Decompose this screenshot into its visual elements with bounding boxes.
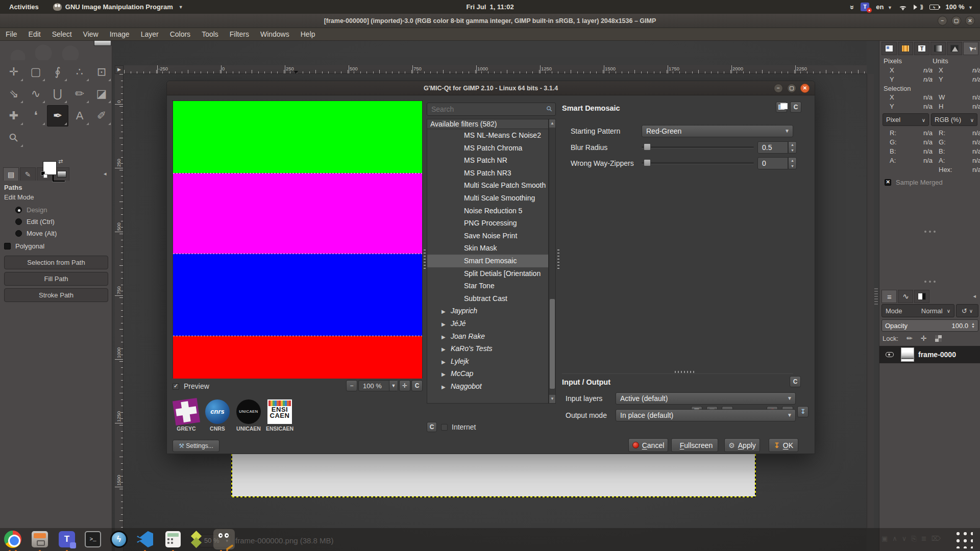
free-select-tool[interactable]: ∮ (47, 61, 68, 83)
filter-item-png-processing[interactable]: PNG Processing (427, 217, 548, 230)
filter-item-ms-patch-chroma[interactable]: MS Patch Chroma (427, 142, 548, 155)
spin-up-icon[interactable]: ▲ (789, 158, 796, 163)
scroll-down-icon[interactable]: ▼ (549, 395, 555, 403)
color-picker-tool[interactable]: ✐ (91, 105, 112, 127)
layer-row[interactable]: frame-0000 (879, 346, 980, 363)
fullscreen-button[interactable]: Fullscreen (671, 438, 718, 452)
filter-search-box[interactable]: ⚲ (427, 103, 556, 116)
splitter-handle[interactable] (424, 249, 426, 269)
volume-icon[interactable]: )) (914, 4, 923, 10)
slider-thumb[interactable] (644, 143, 651, 151)
rectangle-select-tool[interactable]: ▢ (25, 61, 46, 83)
paths-tool[interactable]: ✒ (47, 105, 68, 127)
canvas-vertical-scrollbar[interactable] (867, 74, 874, 528)
panel-splitter[interactable] (924, 281, 936, 283)
tab-tool-options[interactable]: ▤ (3, 167, 19, 181)
param-value-wrong-way-zippers[interactable]: 0 (757, 157, 788, 169)
sample-merged-row[interactable]: Sample Merged (879, 176, 980, 189)
dock-app-gimp[interactable] (213, 529, 235, 549)
show-applications-icon[interactable] (955, 531, 973, 548)
menu-select[interactable]: Select (46, 28, 78, 41)
tab-layers[interactable]: ≡ (881, 290, 897, 303)
filter-item-ms-patch-nr[interactable]: MS Patch NR (427, 154, 548, 167)
lock-pixels-icon[interactable]: ✏ (906, 334, 913, 342)
battery-percent[interactable]: 100 % ▼ (946, 3, 973, 11)
scroll-up-icon[interactable]: ▲ (549, 119, 555, 128)
opacity-spinner[interactable]: ▲▼ (971, 322, 975, 329)
menu-filters[interactable]: Filters (224, 28, 255, 41)
filter-item-multi-scale-smoothing[interactable]: Multi Scale Smoothing (427, 192, 548, 205)
opacity-slider[interactable]: Opacity 100.0 ▲▼ (881, 319, 978, 332)
selection-from-path-button[interactable]: Selection from Path (4, 256, 108, 269)
menu-view[interactable]: View (78, 28, 104, 41)
filter-item-split-detials-orientation[interactable]: Split Detials [Orientation (427, 267, 548, 280)
reset-filter-button[interactable]: C (790, 102, 801, 113)
menu-image[interactable]: Image (104, 28, 135, 41)
tab-paths[interactable]: ∿ (898, 290, 913, 303)
slider-thumb[interactable] (644, 159, 651, 166)
dock-app-blue-wave[interactable]: ϟ (108, 529, 130, 549)
filters-scrollbar[interactable]: ▲ ▼ (549, 119, 556, 404)
minimize-button[interactable]: − (938, 16, 947, 26)
edit-mode-move[interactable]: Move (Alt) (0, 228, 112, 239)
splitter-handle[interactable] (675, 371, 695, 373)
menu-colors[interactable]: Colors (164, 28, 196, 41)
filter-folder-j-j-[interactable]: ▶JéJé (427, 317, 548, 330)
fuzzy-select-tool[interactable]: ∴ (69, 61, 90, 83)
keyboard-layout[interactable]: en ▼ (876, 3, 892, 11)
radio-button[interactable] (15, 230, 22, 237)
dock-app-pinwheel[interactable] (186, 529, 207, 549)
filter-item-save-noise-print[interactable]: Save Noise Print (427, 230, 548, 242)
io-reset-button[interactable]: C (790, 376, 801, 387)
warp-tool[interactable]: ∿ (25, 83, 46, 105)
app-menu-button[interactable]: GNU Image Manipulation Program ▼ (48, 3, 188, 11)
text-tool[interactable]: A (69, 105, 90, 127)
io-dropdown-input-layers[interactable]: Active (default)▼ (616, 392, 796, 405)
tab-pointer-info[interactable]: ✎ (20, 167, 36, 181)
splitter-handle[interactable] (557, 249, 559, 269)
cancel-button[interactable]: Cancel (628, 438, 668, 452)
copy-command-button[interactable] (776, 102, 787, 113)
param-dropdown-starting-pattern[interactable]: Red-Green▼ (642, 125, 793, 137)
filter-item-ms-patch-nr3[interactable]: MS Patch NR3 (427, 167, 548, 180)
polygonal-checkbox[interactable] (4, 243, 11, 249)
sample-merged-checkbox[interactable] (885, 179, 891, 186)
menu-windows[interactable]: Windows (255, 28, 295, 41)
layer-visibility-icon[interactable] (886, 352, 894, 357)
teams-notification-icon[interactable]: T● (861, 3, 869, 11)
pixel-format-dropdown[interactable]: Pixel∨ (883, 113, 929, 126)
menu-file[interactable]: File (0, 28, 23, 41)
radio-button[interactable] (15, 218, 22, 225)
close-button[interactable]: ✕ (800, 84, 810, 93)
ok-button[interactable]: ↧OK (769, 438, 798, 452)
filter-folder-jayprich[interactable]: ▶Jayprich (427, 305, 548, 317)
tab-patterns[interactable] (898, 42, 913, 55)
dock-app-files[interactable] (29, 529, 51, 549)
filter-folder-joan-rake[interactable]: ▶Joan Rake (427, 330, 548, 343)
fill-path-button[interactable]: Fill Path (4, 272, 108, 286)
bucket-fill-tool[interactable]: ⋃ (47, 83, 68, 105)
tab-brushes[interactable] (881, 42, 897, 55)
param-value-blur-radius[interactable]: 0.5 (757, 141, 788, 154)
filter-folder-naggobot[interactable]: ▶Naggobot (427, 380, 548, 393)
tab-fonts[interactable]: T (914, 42, 929, 55)
mode-reset-button[interactable]: ↺∨ (956, 304, 978, 317)
tab-channels[interactable] (914, 290, 929, 303)
panel-collapse-icon[interactable]: ◂ (973, 293, 976, 299)
menu-help[interactable]: Help (295, 28, 321, 41)
transform-tool[interactable]: ⇘ (3, 83, 24, 105)
dock-app-calculator[interactable] (162, 529, 184, 549)
menu-layer[interactable]: Layer (135, 28, 164, 41)
radio-button[interactable] (15, 207, 22, 213)
edit-mode-edit[interactable]: Edit (Ctrl) (0, 216, 112, 228)
menu-tools[interactable]: Tools (196, 28, 224, 41)
download-filters-button[interactable]: ↧ (797, 406, 808, 417)
param-spinner[interactable]: ▲▼ (788, 141, 797, 154)
filter-folder-mccap[interactable]: ▶McCap (427, 367, 548, 380)
panel-splitter[interactable] (924, 231, 936, 233)
filter-preview-image[interactable] (173, 101, 423, 378)
zoom-tool[interactable]: ⚲ (3, 127, 24, 148)
polygonal-checkbox-row[interactable]: Polygonal (0, 239, 112, 253)
swap-colors-icon[interactable]: ⇄ (58, 158, 63, 165)
spin-down-icon[interactable]: ▼ (789, 147, 796, 153)
